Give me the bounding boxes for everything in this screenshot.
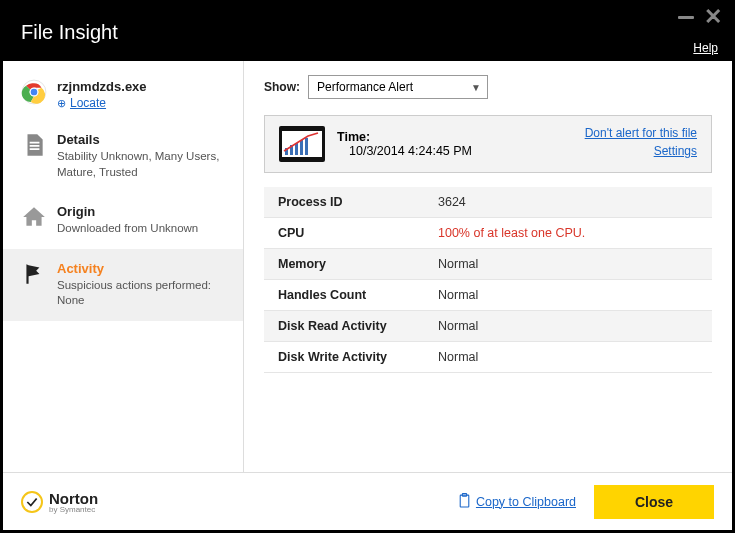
metric-key: Process ID xyxy=(278,195,438,209)
chrome-icon xyxy=(21,79,47,105)
close-button[interactable]: Close xyxy=(594,485,714,519)
flag-icon xyxy=(21,261,47,287)
sidebar-item-details[interactable]: Details Stability Unknown, Many Users, M… xyxy=(3,120,243,192)
main-panel: Show: Performance Alert ▼ xyxy=(244,61,732,472)
metrics-table: Process ID 3624 CPU 100% of at least one… xyxy=(264,187,712,373)
locate-link[interactable]: ⊕ Locate xyxy=(57,96,147,110)
metric-key: CPU xyxy=(278,226,438,240)
norton-brand: Norton by Symantec xyxy=(21,490,98,514)
help-link[interactable]: Help xyxy=(693,41,718,55)
table-row: Memory Normal xyxy=(264,249,712,280)
sidebar-item-label: Details xyxy=(57,132,229,147)
window-controls: ✕ xyxy=(678,9,722,25)
sidebar-item-activity[interactable]: Activity Suspicious actions performed: N… xyxy=(3,249,243,321)
svg-rect-9 xyxy=(300,140,303,155)
home-icon xyxy=(21,204,47,230)
metric-value: 3624 xyxy=(438,195,466,209)
metric-key: Disk Write Activity xyxy=(278,350,438,364)
file-header: rzjnmdzds.exe ⊕ Locate xyxy=(3,75,243,120)
minimize-button[interactable] xyxy=(678,16,694,19)
metric-value: Normal xyxy=(438,319,478,333)
time-value: 10/3/2014 4:24:45 PM xyxy=(349,144,472,158)
titlebar: File Insight ✕ Help xyxy=(3,3,732,61)
svg-rect-8 xyxy=(295,143,298,155)
show-selected: Performance Alert xyxy=(317,80,413,94)
metric-key: Memory xyxy=(278,257,438,271)
time-info: Time: 10/3/2014 4:24:45 PM xyxy=(337,130,472,158)
svg-rect-5 xyxy=(30,148,40,150)
metric-key: Disk Read Activity xyxy=(278,319,438,333)
copy-to-clipboard-link[interactable]: Copy to Clipboard xyxy=(458,493,576,511)
table-row: Disk Write Activity Normal xyxy=(264,342,712,373)
brand-name: Norton xyxy=(49,490,98,507)
table-row: Disk Read Activity Normal xyxy=(264,311,712,342)
footer-right: Copy to Clipboard Close xyxy=(458,485,714,519)
body: rzjnmdzds.exe ⊕ Locate Details Stability… xyxy=(3,61,732,472)
dont-alert-link[interactable]: Don't alert for this file xyxy=(585,126,697,140)
show-row: Show: Performance Alert ▼ xyxy=(264,75,712,99)
time-label: Time: xyxy=(337,130,472,144)
file-name: rzjnmdzds.exe xyxy=(57,79,147,94)
window-title: File Insight xyxy=(21,21,118,44)
metric-key: Handles Count xyxy=(278,288,438,302)
svg-rect-11 xyxy=(460,495,469,507)
metric-value: Normal xyxy=(438,288,478,302)
show-label: Show: xyxy=(264,80,300,94)
sidebar-item-origin[interactable]: Origin Downloaded from Unknown xyxy=(3,192,243,249)
brand-byline: by Symantec xyxy=(49,505,98,514)
sidebar-item-label: Origin xyxy=(57,204,198,219)
clipboard-icon xyxy=(458,493,471,511)
file-insight-window: File Insight ✕ Help xyxy=(0,0,735,533)
show-dropdown[interactable]: Performance Alert ▼ xyxy=(308,75,488,99)
sidebar-item-label: Activity xyxy=(57,261,229,276)
meta-links: Don't alert for this file Settings xyxy=(585,126,697,162)
norton-check-icon xyxy=(21,491,43,513)
settings-link[interactable]: Settings xyxy=(585,144,697,158)
svg-rect-3 xyxy=(30,142,40,144)
window-close-button[interactable]: ✕ xyxy=(704,9,722,25)
svg-rect-10 xyxy=(305,138,308,155)
alert-meta-box: Time: 10/3/2014 4:24:45 PM Don't alert f… xyxy=(264,115,712,173)
table-row: Process ID 3624 xyxy=(264,187,712,218)
sidebar-item-sub: Downloaded from Unknown xyxy=(57,221,198,237)
chart-thumbnail-icon xyxy=(279,126,325,162)
sidebar: rzjnmdzds.exe ⊕ Locate Details Stability… xyxy=(3,61,243,472)
metric-value: Normal xyxy=(438,257,478,271)
locate-icon: ⊕ xyxy=(57,97,66,110)
sidebar-item-sub: Suspicious actions performed: None xyxy=(57,278,229,309)
metric-value: 100% of at least one CPU. xyxy=(438,226,585,240)
svg-rect-4 xyxy=(30,145,40,147)
chevron-down-icon: ▼ xyxy=(471,82,481,93)
sidebar-item-sub: Stability Unknown, Many Users, Mature, T… xyxy=(57,149,229,180)
document-icon xyxy=(21,132,47,158)
footer: Norton by Symantec Copy to Clipboard Clo… xyxy=(3,472,732,530)
metric-value: Normal xyxy=(438,350,478,364)
table-row: CPU 100% of at least one CPU. xyxy=(264,218,712,249)
table-row: Handles Count Normal xyxy=(264,280,712,311)
